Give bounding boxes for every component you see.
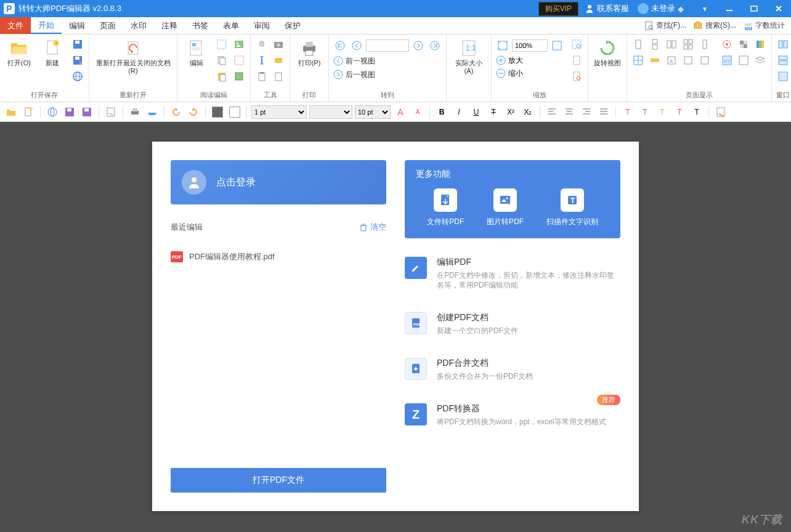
zoom-in-button[interactable]: 放大	[495, 55, 564, 66]
page-number-input[interactable]	[366, 39, 409, 52]
edit-pdf-item[interactable]: 编辑PDF 在PDF文档中修改，剪切，新增文本，修改注释水印签名等，常用PDF编…	[405, 257, 620, 290]
pd-snap-button[interactable]	[681, 53, 696, 68]
pd-xy-button[interactable]: XY	[720, 53, 734, 68]
open-pdf-button[interactable]: 打开PDF文件	[171, 468, 386, 493]
clear-recent-button[interactable]: 清空	[359, 222, 386, 233]
pd-color3-button[interactable]	[753, 37, 768, 52]
italic-button[interactable]: I	[452, 105, 466, 119]
tab-page[interactable]: 页面	[92, 17, 123, 34]
zoom-width-button[interactable]	[569, 69, 584, 84]
annotate-tool-button[interactable]	[271, 53, 286, 68]
underline-button[interactable]: U	[469, 105, 484, 119]
image-to-pdf-button[interactable]: 图片转PDF	[487, 188, 524, 227]
edit-page-button[interactable]: 编辑	[181, 37, 212, 68]
snip-tool-button[interactable]	[232, 53, 246, 68]
minimize-button[interactable]	[717, 0, 742, 17]
ocr-button[interactable]: T 扫描件文字识别	[546, 188, 598, 227]
text-color-button[interactable]: T	[638, 105, 652, 119]
last-page-button[interactable]	[428, 38, 442, 53]
shape-tool-button[interactable]	[232, 69, 246, 84]
layout-cont-button[interactable]	[647, 37, 662, 52]
qt-new-button[interactable]	[21, 105, 36, 119]
font-shrink-button[interactable]: A	[410, 105, 425, 119]
font-grow-button[interactable]: A	[393, 105, 408, 119]
login-status[interactable]: 未登录 ◆	[638, 3, 684, 14]
save-web-button[interactable]	[70, 69, 85, 84]
convert-pdf-item[interactable]: 推荐 Z PDF转换器 将PDF文档转换为word，ppt，excel等常用文档…	[405, 403, 620, 427]
font-size-select[interactable]: 10 pt	[355, 105, 391, 119]
qt-scan-button[interactable]	[145, 105, 160, 119]
layout-cover-button[interactable]	[697, 37, 712, 52]
paste-tool-button[interactable]	[214, 69, 229, 84]
copy-tool-button[interactable]	[214, 53, 229, 68]
qt-undo-button[interactable]	[169, 105, 184, 119]
create-pdf-item[interactable]: PDF 创建PDF文档 新建一个空白的PDF文件	[405, 312, 620, 336]
pd-guides-button[interactable]: A	[664, 53, 679, 68]
text-highlight-button[interactable]: T	[620, 105, 635, 119]
qt-save-button[interactable]	[62, 105, 77, 119]
first-page-button[interactable]	[333, 38, 347, 53]
titlebar-menu-button[interactable]: ▼	[692, 0, 717, 17]
reopen-recent-button[interactable]: 重新打开最近关闭的文档(R)	[93, 37, 173, 76]
attach-button[interactable]	[271, 69, 286, 84]
hand-tool-button[interactable]	[254, 37, 269, 52]
qt-props-button[interactable]	[713, 105, 728, 119]
login-card[interactable]: 点击登录	[171, 160, 386, 204]
qt-print-button[interactable]	[128, 105, 142, 119]
buy-vip-button[interactable]: 购买VIP	[538, 2, 578, 16]
align-justify-button[interactable]	[596, 105, 611, 119]
pd-ruler-button[interactable]	[647, 53, 662, 68]
tab-file[interactable]: 文件	[0, 17, 31, 34]
align-center-button[interactable]	[562, 105, 577, 119]
layout-single-button[interactable]	[631, 37, 646, 52]
next-page-button[interactable]	[411, 38, 426, 53]
maximize-button[interactable]	[742, 0, 766, 17]
print-button[interactable]: 打印(P)	[294, 37, 325, 68]
window-arrange-button[interactable]	[776, 37, 790, 52]
align-right-button[interactable]	[579, 105, 594, 119]
qt-save2-button[interactable]	[79, 105, 94, 119]
pd-layers-button[interactable]	[753, 53, 768, 68]
new-button[interactable]: ✶ 新建	[37, 37, 68, 68]
tab-review[interactable]: 审阅	[246, 17, 277, 34]
qt-fillcolor-button[interactable]	[210, 105, 225, 119]
merge-pdf-item[interactable]: PDF合并文档 多份文件合并为一份PDF文档	[405, 358, 620, 381]
window-cascade-button[interactable]	[776, 53, 790, 68]
pd-color2-button[interactable]	[736, 37, 751, 52]
bold-button[interactable]: B	[434, 105, 449, 119]
tab-start[interactable]: 开始	[31, 17, 62, 34]
zoom-marquee-button[interactable]	[569, 37, 584, 52]
clipboard-button[interactable]	[254, 69, 269, 84]
qt-web-button[interactable]	[45, 105, 60, 119]
tab-form[interactable]: 表单	[216, 17, 246, 34]
text-select-button[interactable]	[254, 53, 269, 68]
layout-facing-button[interactable]	[664, 37, 679, 52]
wordcount-button[interactable]: ABC123 字数统计	[741, 20, 787, 31]
align-left-button[interactable]	[545, 105, 559, 119]
font-select[interactable]	[309, 105, 352, 119]
qt-open-button[interactable]	[4, 105, 18, 119]
tab-edit[interactable]: 编辑	[62, 17, 92, 34]
pd-more-button[interactable]	[697, 53, 712, 68]
close-button[interactable]	[766, 0, 791, 17]
zoom-input[interactable]	[512, 39, 548, 52]
subscript-button[interactable]: X₂	[521, 105, 535, 119]
next-view-button[interactable]: 后一视图	[333, 69, 442, 80]
superscript-button[interactable]: X²	[503, 105, 518, 119]
save-as-button[interactable]	[70, 53, 85, 68]
search-button[interactable]: 搜索(S)...	[691, 20, 739, 31]
text-fx1-button[interactable]: T	[655, 105, 670, 119]
tab-protect[interactable]: 保护	[277, 17, 308, 34]
window-more-button[interactable]	[776, 69, 790, 84]
zoom-fit-button[interactable]	[495, 38, 510, 53]
qt-email-button[interactable]	[103, 105, 118, 119]
find-button[interactable]: 查找(F)...	[642, 20, 689, 31]
tab-comment[interactable]: 注释	[154, 17, 185, 34]
text-fx3-button[interactable]: T	[689, 105, 704, 119]
text-fx2-button[interactable]: T	[672, 105, 687, 119]
pd-text-button[interactable]	[736, 53, 751, 68]
tab-bookmark[interactable]: 书签	[185, 17, 216, 34]
strike-button[interactable]: T	[486, 105, 501, 119]
zoom-out-button[interactable]: 缩小	[495, 68, 564, 79]
layout-facing-cont-button[interactable]	[681, 37, 696, 52]
